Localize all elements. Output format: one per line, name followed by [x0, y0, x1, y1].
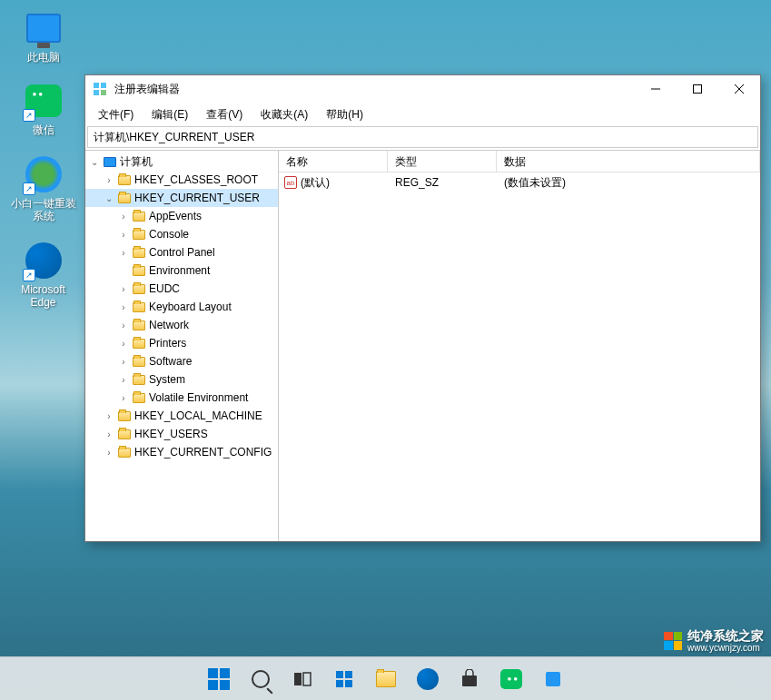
taskbar-edge[interactable] [410, 661, 446, 697]
close-button[interactable] [718, 75, 760, 103]
collapse-icon[interactable]: ⌄ [102, 193, 116, 203]
folder-icon [131, 248, 147, 258]
taskbar[interactable] [0, 656, 771, 700]
expand-icon[interactable]: › [102, 448, 116, 458]
folder-icon [131, 212, 147, 222]
address-text: 计算机\HKEY_CURRENT_USER [94, 130, 254, 145]
tree-key[interactable]: ›Console [85, 225, 278, 243]
expand-icon[interactable]: › [116, 393, 131, 403]
menu-edit[interactable]: 编辑(E) [143, 104, 197, 125]
folder-icon [131, 230, 147, 240]
tree-key[interactable]: ›Volatile Environment [85, 389, 278, 407]
value-list[interactable]: ab (默认) REG_SZ (数值未设置) [279, 173, 760, 541]
folder-icon [131, 302, 147, 312]
collapse-icon[interactable]: ⌄ [87, 157, 102, 167]
regedit-window: 注册表编辑器 文件(F) 编辑(E) 查看(V) 收藏夹(A) 帮助(H) 计算… [84, 74, 761, 542]
tree-label: Network [147, 319, 189, 331]
tree-key[interactable]: ›AppEvents [85, 207, 278, 225]
expand-icon[interactable]: › [116, 302, 131, 312]
minimize-button[interactable] [635, 75, 677, 103]
desktop: 此电脑 ↗ 微信 ↗ 小白一键重装 系统 ↗ Microsoft Edge 注册… [0, 0, 771, 700]
desktop-icon-label: 微信 [33, 123, 54, 136]
start-button[interactable] [201, 661, 237, 697]
taskbar-explorer[interactable] [368, 661, 404, 697]
tree-hive-local-machine[interactable]: › HKEY_LOCAL_MACHINE [85, 407, 278, 425]
computer-icon [102, 157, 118, 167]
monitor-icon [25, 9, 63, 47]
expand-icon[interactable]: › [116, 230, 131, 240]
menu-favorites[interactable]: 收藏夹(A) [252, 104, 317, 125]
tree-hive-current-config[interactable]: › HKEY_CURRENT_CONFIG [85, 443, 278, 461]
tree-key[interactable]: ›Keyboard Layout [85, 298, 278, 316]
desktop-icon-label: 此电脑 [27, 51, 60, 64]
expand-icon[interactable]: › [116, 320, 131, 330]
menu-view[interactable]: 查看(V) [197, 104, 252, 125]
taskbar-store[interactable] [451, 661, 488, 697]
tree-label: HKEY_CURRENT_CONFIG [133, 446, 272, 458]
expand-icon[interactable]: › [116, 284, 131, 294]
desktop-icon-this-pc[interactable]: 此电脑 [9, 9, 77, 64]
taskbar-wechat[interactable] [493, 661, 529, 697]
menu-file[interactable]: 文件(F) [89, 104, 143, 125]
col-name[interactable]: 名称 [279, 151, 388, 172]
tree-label: HKEY_LOCAL_MACHINE [133, 409, 262, 422]
svg-rect-12 [336, 680, 343, 687]
tree-key[interactable]: ›EUDC [85, 280, 278, 298]
tree-key[interactable]: ›Software [85, 352, 278, 370]
tree-hive-users[interactable]: › HKEY_USERS [85, 425, 278, 443]
folder-icon [131, 393, 147, 403]
expand-icon[interactable]: › [116, 212, 131, 222]
desktop-icon-label: 小白一键重装 系统 [11, 197, 76, 223]
tree-label: Keyboard Layout [147, 301, 232, 313]
edge-icon [417, 668, 439, 690]
task-view-button[interactable] [284, 661, 321, 697]
widgets-button[interactable] [326, 661, 362, 697]
titlebar[interactable]: 注册表编辑器 [85, 75, 760, 103]
tree-hive-classes-root[interactable]: › HKEY_CLASSES_ROOT [85, 171, 278, 189]
desktop-icon-xiaobai[interactable]: ↗ 小白一键重装 系统 [9, 155, 77, 223]
expand-icon[interactable]: › [116, 248, 131, 258]
expand-icon[interactable]: › [116, 339, 131, 349]
expand-icon[interactable]: › [102, 411, 116, 421]
tree-label: HKEY_CURRENT_USER [133, 192, 260, 204]
tree-hive-current-user[interactable]: ⌄ HKEY_CURRENT_USER [85, 189, 278, 207]
desktop-icon-wechat[interactable]: ↗ 微信 [9, 82, 77, 136]
widgets-icon [334, 669, 354, 689]
desktop-icon-label: Microsoft Edge [21, 283, 65, 310]
tree-key[interactable]: ›System [85, 370, 278, 389]
tree-label: AppEvents [147, 210, 202, 222]
address-bar[interactable]: 计算机\HKEY_CURRENT_USER [87, 126, 758, 148]
taskbar-search[interactable] [242, 661, 279, 697]
tree-label: Console [147, 228, 189, 241]
taskbar-app[interactable] [535, 661, 571, 697]
value-name: (默认) [301, 175, 330, 191]
tree-key[interactable]: ›Printers [85, 334, 278, 352]
tree-key[interactable]: Environment [85, 261, 278, 280]
folder-icon [116, 411, 133, 421]
column-headers[interactable]: 名称 类型 数据 [279, 151, 760, 173]
col-type[interactable]: 类型 [388, 151, 497, 172]
expand-icon[interactable]: › [116, 357, 131, 367]
expand-icon[interactable]: › [102, 175, 116, 185]
expand-icon[interactable]: › [102, 429, 116, 439]
tree-label: Control Panel [147, 246, 215, 259]
tree-key[interactable]: ›Network [85, 316, 278, 334]
tree-label: System [147, 373, 185, 386]
tree-key[interactable]: ›Control Panel [85, 243, 278, 261]
value-row-default[interactable]: ab (默认) REG_SZ (数值未设置) [279, 173, 760, 192]
tree-pane[interactable]: ⌄ 计算机 › HKEY_CLASSES_ROOT ⌄ HKEY_CURRENT… [85, 151, 279, 541]
expand-icon[interactable]: › [116, 375, 131, 385]
desktop-icon-edge[interactable]: ↗ Microsoft Edge [9, 242, 77, 310]
content-area: ⌄ 计算机 › HKEY_CLASSES_ROOT ⌄ HKEY_CURRENT… [85, 150, 760, 541]
svg-rect-2 [94, 90, 99, 95]
tree-label: Printers [147, 337, 186, 350]
value-pane: 名称 类型 数据 ab (默认) REG_SZ (数值未设置) [279, 151, 760, 541]
col-data[interactable]: 数据 [497, 151, 760, 172]
tree-root-computer[interactable]: ⌄ 计算机 [85, 153, 278, 171]
string-value-icon: ab [284, 176, 297, 189]
maximize-button[interactable] [677, 75, 718, 103]
regedit-icon [93, 82, 107, 96]
svg-rect-10 [336, 671, 343, 678]
desktop-icon-area: 此电脑 ↗ 微信 ↗ 小白一键重装 系统 ↗ Microsoft Edge [9, 9, 77, 309]
menu-help[interactable]: 帮助(H) [317, 104, 372, 125]
